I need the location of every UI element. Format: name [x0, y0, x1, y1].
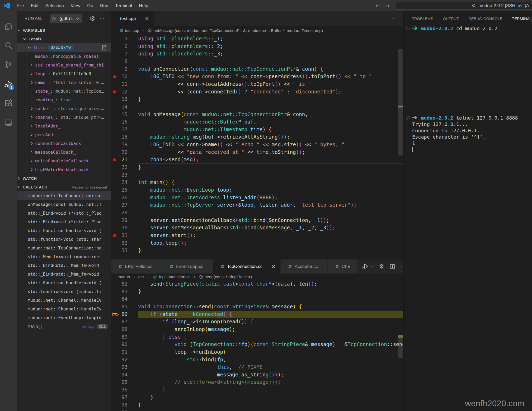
- code-text: // std::forward<string>(message)));: [138, 379, 281, 386]
- panel-tab-terminal[interactable]: TERMINAL: [512, 11, 532, 26]
- more-actions-icon[interactable]: ⋯: [100, 16, 105, 22]
- breadcrumb-item[interactable]: net: [138, 275, 144, 279]
- code-token: [341, 341, 345, 347]
- activity-item-source-control[interactable]: [0, 55, 17, 74]
- stack-frame[interactable]: muduo::net::TcpConnection::ha: [17, 244, 111, 252]
- split-editor-icon[interactable]: [389, 263, 396, 270]
- editor-test-cpp[interactable]: 5using std::placeholders::_1;6using std:…: [111, 35, 403, 259]
- panel-tab-debug-console[interactable]: DEBUG CONSOLE: [468, 11, 502, 26]
- code-token: ): [290, 281, 293, 287]
- debug-start-icon[interactable]: [51, 16, 57, 21]
- activity-bar: 1: [0, 11, 17, 411]
- stack-frame[interactable]: std::_Bind<std::_Mem_fn<void: [17, 270, 111, 278]
- debug-config-dropdown[interactable]: (gdb) L: [50, 14, 82, 23]
- tab-acceptor-cc[interactable]: Acceptor.cc: [281, 259, 328, 273]
- run-and-debug-header: RUN AN... (gdb) L ⚙ ⋯: [17, 11, 111, 26]
- stack-frame[interactable]: std::_Bind<std::_Mem_fn<void: [17, 261, 111, 270]
- stack-frame[interactable]: std::function<void (muduo::Ti: [17, 287, 111, 296]
- variable-row[interactable]: muduo::noncopyable (base):: [17, 52, 111, 61]
- activity-item-search[interactable]: [0, 36, 17, 55]
- section-call-stack[interactable]: CALL STACKPaused on breakpoint: [17, 183, 111, 191]
- section-variables[interactable]: VARIABLES: [17, 26, 111, 35]
- code-token: [317, 66, 320, 72]
- variable-row-this[interactable]: this:0x65d7f00110: [17, 43, 111, 52]
- debug-run-file-icon[interactable]: [362, 263, 369, 270]
- menu-terminal[interactable]: Terminal: [112, 0, 135, 11]
- code-token: [183, 141, 187, 148]
- variable-row[interactable]: writeCompleteCallback_: [17, 157, 111, 165]
- gear-icon[interactable]: ⚙: [378, 263, 385, 270]
- gear-icon[interactable]: ⚙: [89, 15, 95, 22]
- activity-item-extensions[interactable]: [0, 93, 17, 113]
- breadcrumb-item[interactable]: send(const StringPiece &): [199, 275, 252, 279]
- menu-view[interactable]: View: [67, 0, 84, 11]
- variable-row[interactable]: peerAddr_: [17, 130, 111, 139]
- variable-row[interactable]: name_: "test-tcp-server-0.…: [17, 78, 111, 87]
- code-text: void TcpConnection::send(const StringPie…: [138, 303, 302, 311]
- command-center-search[interactable]: muduo-2.0.2 [SSH: ali] [A: [395, 2, 532, 10]
- code-token: [220, 195, 223, 201]
- variable-row[interactable]: socket_: std::unique_ptr<m…: [17, 104, 111, 113]
- stack-frame[interactable]: main()test.cpp32:1: [17, 322, 111, 331]
- breadcrumb-item[interactable]: muduo: [117, 275, 130, 279]
- panel-tab-output[interactable]: OUTPUT: [443, 11, 459, 26]
- scope-locals[interactable]: Locals: [17, 35, 111, 43]
- nav-back-icon[interactable]: ←: [373, 3, 383, 9]
- stack-frame[interactable]: onMessage(const muduo::net::T: [17, 200, 111, 209]
- stack-frame[interactable]: muduo::net::EventLoop::loop(m: [17, 313, 111, 322]
- code-token: ): [223, 311, 226, 317]
- editor-tcpconnection-cc[interactable]: 82 send(StringPiece(static_cast<const ch…: [111, 280, 403, 411]
- stack-frame[interactable]: std::_Function_handler<void (: [17, 278, 111, 287]
- variable-row[interactable]: connectionCallback_: [17, 139, 111, 148]
- tab-cha[interactable]: Cha: [328, 259, 357, 273]
- breadcrumb-item[interactable]: test.cpp: [119, 28, 139, 33]
- stack-frame[interactable]: std::_Mem_fn<void (muduo::net: [17, 252, 111, 261]
- editor-scrollbar-thumb[interactable]: [398, 49, 403, 155]
- menu-selection[interactable]: Selection: [42, 0, 67, 11]
- breadcrumb-item[interactable]: onMessage(const muduo::net::TcpConnectio…: [147, 28, 323, 33]
- menu-edit[interactable]: Edit: [27, 0, 42, 11]
- code-token: [153, 43, 156, 49]
- tab-eventloop-cc[interactable]: EventLoop.cc: [162, 259, 213, 273]
- menu-go[interactable]: Go: [84, 0, 97, 11]
- stack-frame[interactable]: muduo::net::Channel::handleEv: [17, 296, 111, 305]
- command-decoration-icon[interactable]: [406, 116, 409, 120]
- stack-frame[interactable]: std::_Function_handler<void (: [17, 226, 111, 235]
- nav-forward-icon[interactable]: →: [383, 3, 392, 9]
- variable-row[interactable]: loop_: 0x7ffffffffd9d0: [17, 69, 111, 78]
- variable-row[interactable]: localAddr_: [17, 122, 111, 130]
- close-icon[interactable]: ✕: [271, 264, 276, 269]
- activity-item-remote-explorer[interactable]: [0, 113, 17, 132]
- activity-item-run-and-debug[interactable]: 1: [0, 74, 17, 93]
- stack-frame[interactable]: std::function<void (std::shar: [17, 235, 111, 244]
- variable-row[interactable]: reading_: true: [17, 96, 111, 104]
- stack-frame[interactable]: std::_Bind<void (*(std::_Plac: [17, 209, 111, 218]
- variable-row[interactable]: highWaterMarkCallback_: [17, 165, 111, 174]
- tab-test-cpp[interactable]: test.cpp ✕: [111, 11, 154, 26]
- variable-row[interactable]: channel_: std::unique_ptr<…: [17, 113, 111, 122]
- breadcrumb-item[interactable]: TcpConnection.cc: [152, 275, 190, 279]
- more-actions-icon[interactable]: ⋯: [392, 16, 397, 22]
- editor-scrollbar-thumb[interactable]: [398, 335, 403, 358]
- code-token: bind: [253, 217, 266, 223]
- menu-file[interactable]: File: [13, 0, 27, 11]
- code-token: muduo::net::Buffer: [183, 119, 238, 125]
- panel-tab-problems[interactable]: PROBLEMS: [412, 11, 433, 26]
- terminal-split-sash[interactable]: [404, 108, 532, 108]
- close-icon[interactable]: ✕: [145, 16, 149, 21]
- tab-epollpoller-cc[interactable]: EPollPoller.cc: [111, 259, 162, 273]
- activity-item-explorer[interactable]: [0, 16, 17, 36]
- section-watch[interactable]: WATCH: [17, 174, 111, 183]
- tab-tcpconnection-cc[interactable]: TcpConnection.cc✕: [213, 259, 281, 273]
- chevron-down-icon[interactable]: [370, 264, 374, 268]
- variable-row[interactable]: state_: muduo::net::TcpCon…: [17, 87, 111, 96]
- variable-row[interactable]: std::enable_shared_from_thi: [17, 61, 111, 69]
- view-binary-icon[interactable]: 0110: [102, 45, 107, 51]
- variable-row[interactable]: messageCallback_: [17, 148, 111, 157]
- command-decoration-icon[interactable]: [406, 27, 409, 30]
- menu-run[interactable]: Run: [97, 0, 112, 11]
- stack-frame[interactable]: muduo::net::TcpConnection::se: [17, 191, 111, 200]
- stack-frame[interactable]: muduo::net::Channel::handleEv: [17, 305, 111, 313]
- stack-frame[interactable]: std::_Bind<void (*(std::_Plac: [17, 218, 111, 226]
- menu-help[interactable]: Help: [135, 0, 152, 11]
